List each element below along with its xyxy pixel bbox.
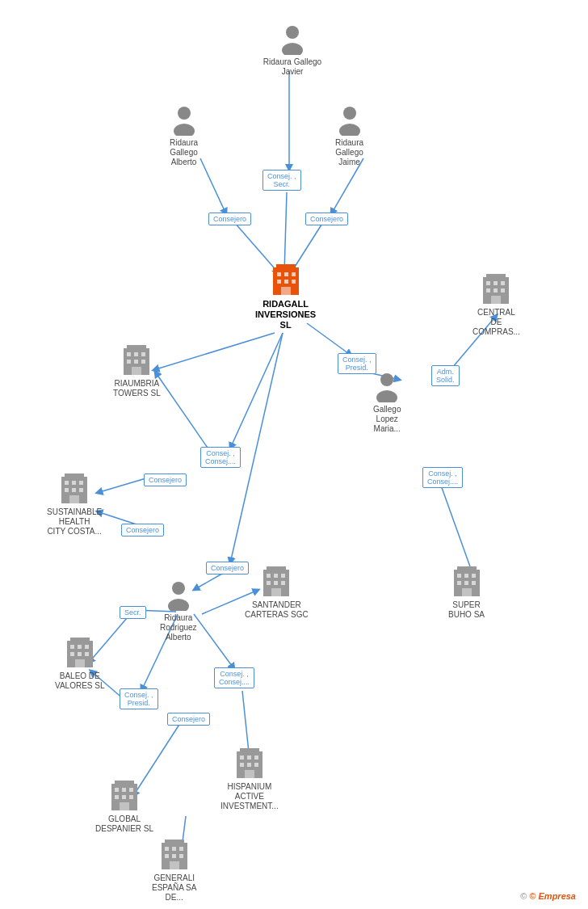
node-ridagall-inversiones: RIDAGALLINVERSIONESSL: [255, 263, 316, 331]
svg-rect-42: [277, 280, 281, 284]
svg-rect-45: [281, 287, 291, 295]
svg-point-36: [168, 599, 189, 611]
svg-rect-85: [464, 574, 468, 578]
svg-line-6: [153, 333, 275, 370]
svg-rect-57: [127, 352, 131, 356]
svg-rect-61: [134, 360, 138, 364]
node-ridaura-rodriguez-alberto: RidauraRodriguezAlberto: [160, 580, 197, 642]
svg-point-29: [178, 107, 191, 120]
badge-consejero-1[interactable]: Consejero: [208, 213, 251, 225]
svg-rect-62: [141, 360, 145, 364]
node-label: RIAUMBRIATOWERS SL: [113, 379, 161, 398]
svg-rect-40: [284, 272, 288, 276]
badge-consejero-5[interactable]: Consejero: [206, 562, 249, 574]
svg-rect-68: [79, 481, 83, 485]
svg-rect-123: [165, 854, 169, 858]
node-santander-carteras: SANTANDERCARTERAS SGC: [245, 566, 309, 620]
building-icon: [452, 566, 481, 598]
svg-rect-107: [129, 795, 133, 799]
person-icon: [279, 24, 305, 55]
building-icon: [262, 566, 291, 598]
node-generali-espana: GENERALIESPAÑA SADE...: [152, 839, 196, 903]
svg-point-30: [174, 124, 195, 136]
building-icon: [65, 637, 94, 669]
svg-rect-47: [486, 274, 506, 280]
svg-rect-122: [179, 847, 183, 851]
svg-point-28: [282, 43, 303, 55]
svg-rect-97: [78, 652, 82, 656]
svg-rect-92: [70, 638, 90, 644]
svg-rect-59: [141, 352, 145, 356]
building-icon: [122, 344, 151, 377]
svg-rect-95: [85, 645, 89, 649]
svg-rect-121: [172, 847, 176, 851]
svg-rect-76: [274, 574, 278, 578]
svg-rect-106: [122, 795, 126, 799]
svg-rect-38: [276, 264, 296, 271]
node-label: GallegoLopezMaria...: [373, 405, 401, 434]
badge-consejero-2[interactable]: Consejero: [305, 213, 348, 225]
svg-rect-102: [115, 788, 119, 792]
svg-rect-44: [292, 280, 296, 284]
person-icon: [337, 105, 363, 136]
node-label: CENTRALDECOMPRAS...: [472, 308, 520, 337]
node-label: RidauraGallegoAlberto: [170, 138, 198, 167]
connection-lines: [0, 0, 588, 909]
badge-consej-consej-3[interactable]: Consej. ,Consej....: [214, 667, 254, 688]
badge-consejero-6[interactable]: Consejero: [167, 713, 210, 726]
svg-rect-71: [79, 488, 83, 492]
svg-rect-86: [472, 574, 476, 578]
svg-rect-54: [491, 296, 501, 304]
svg-rect-60: [127, 360, 131, 364]
svg-rect-126: [170, 861, 179, 869]
badge-consej-presid-2[interactable]: Consej. ,Presid.: [120, 688, 158, 709]
svg-rect-67: [72, 481, 76, 485]
svg-rect-50: [501, 281, 505, 285]
svg-line-23: [194, 614, 234, 669]
svg-rect-70: [72, 488, 76, 492]
badge-consejero-4[interactable]: Consejero: [121, 524, 164, 537]
person-icon: [374, 372, 400, 402]
svg-rect-125: [179, 854, 183, 858]
svg-rect-90: [462, 588, 472, 596]
svg-line-16: [194, 574, 222, 590]
svg-rect-74: [267, 566, 286, 573]
node-label: SANTANDERCARTERAS SGC: [245, 600, 309, 620]
building-icon: [481, 273, 510, 305]
svg-rect-110: [240, 748, 259, 755]
svg-rect-112: [247, 755, 251, 760]
building-icon: [110, 780, 139, 812]
svg-rect-99: [75, 659, 85, 667]
svg-line-3: [284, 192, 287, 273]
node-riaumbria-towers: RIAUMBRIATOWERS SL: [113, 344, 161, 398]
svg-point-34: [376, 390, 397, 402]
svg-rect-111: [240, 755, 244, 760]
svg-rect-87: [457, 581, 461, 585]
svg-rect-53: [501, 288, 505, 292]
badge-consejero-3[interactable]: Consejero: [144, 473, 187, 486]
svg-point-32: [339, 124, 360, 136]
svg-rect-39: [277, 272, 281, 276]
badge-secr[interactable]: Secr.: [120, 606, 146, 619]
badge-consej-consej-2[interactable]: Consej. ,Consej....: [422, 467, 463, 488]
svg-rect-93: [70, 645, 74, 649]
node-ridaura-gallego-alberto: RidauraGallegoAlberto: [170, 105, 198, 167]
svg-rect-78: [267, 581, 271, 585]
node-label: RIDAGALLINVERSIONESSL: [255, 299, 316, 331]
badge-consej-secr[interactable]: Consej. ,Secr.: [262, 170, 301, 191]
svg-line-10: [230, 333, 283, 448]
node-hispanium-active: HISPANIUMACTIVEINVESTMENT...: [220, 747, 279, 811]
node-gallego-lopez-maria: GallegoLopezMaria...: [373, 372, 401, 434]
badge-consej-consej-1[interactable]: Consej. ,Consej....: [200, 447, 241, 468]
node-label: BALEO DEVALORES SL: [55, 671, 105, 691]
badge-adm-solid[interactable]: Adm.Solid.: [431, 365, 460, 386]
node-label: HISPANIUMACTIVEINVESTMENT...: [220, 782, 279, 811]
svg-rect-43: [284, 280, 288, 284]
svg-rect-98: [85, 652, 89, 656]
svg-rect-115: [247, 763, 251, 767]
node-central-de-compras: CENTRALDECOMPRAS...: [472, 273, 520, 337]
graph-container: Ridaura Gallego Javier RidauraGallegoAlb…: [0, 0, 588, 909]
svg-rect-65: [65, 473, 84, 480]
badge-consej-presid-1[interactable]: Consej. ,Presid.: [338, 353, 376, 374]
svg-rect-120: [165, 847, 169, 851]
